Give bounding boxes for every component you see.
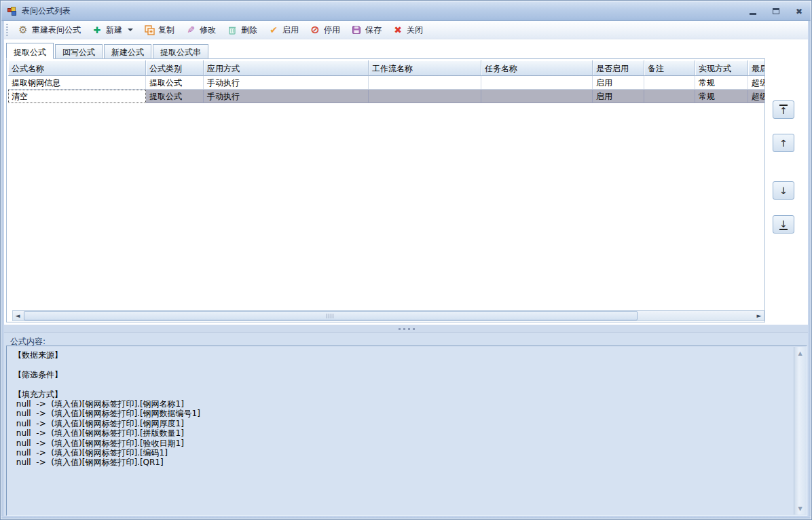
column-header-enabled[interactable]: 是否启用 (593, 60, 644, 76)
move-up-button[interactable]: ↑ (773, 134, 794, 152)
add-icon: ✚ (92, 24, 103, 35)
toolbar: ⚙ 重建表间公式 ✚ 新建 复制 ✎ 修改 (4, 21, 809, 39)
column-header-workflow-name[interactable]: 工作流名称 (369, 60, 481, 76)
gear-icon: ⚙ (18, 24, 29, 35)
focused-cell[interactable]: 清空 (8, 90, 146, 103)
close-window-icon: ✖ (796, 7, 802, 16)
window-frame-left (1, 21, 4, 519)
delete-button[interactable]: 删除 (221, 22, 263, 38)
vertical-scrollbar[interactable]: ▲ ▼ (794, 347, 806, 515)
scroll-up-icon[interactable]: ▲ (794, 348, 806, 358)
formula-grid: 公式名称 公式类别 应用方式 工作流名称 任务名称 是否启用 备注 实现方式 最… (8, 60, 764, 103)
arrow-up-icon: ↑ (779, 138, 788, 149)
tab-page: 公式名称 公式类别 应用方式 工作流名称 任务名称 是否启用 备注 实现方式 最… (6, 58, 765, 322)
enable-button[interactable]: ✔ 启用 (263, 22, 304, 38)
block-icon: ⊘ (310, 24, 320, 35)
window-frame-right (808, 21, 811, 519)
chevron-down-icon[interactable] (128, 29, 133, 31)
copy-button[interactable]: 复制 (139, 22, 180, 38)
tab-new-formula[interactable]: 新建公式 (104, 44, 151, 58)
grid-header-row: 公式名称 公式类别 应用方式 工作流名称 任务名称 是否启用 备注 实现方式 最… (8, 60, 764, 76)
new-button[interactable]: ✚ 新建 (86, 22, 139, 38)
arrow-down-icon: ↓ (779, 185, 788, 196)
tab-writeback-formula[interactable]: 回写公式 (55, 44, 103, 58)
tab-extract-formula-string[interactable]: 提取公式串 (153, 44, 208, 58)
formula-content-panel: 公式内容: 【数据来源】 【筛选条件】 【填充方式】 null -> (填入值)… (4, 333, 809, 518)
rebuild-formula-button[interactable]: ⚙ 重建表间公式 (12, 22, 86, 38)
maximize-icon (773, 8, 779, 14)
formula-content-box: 【数据来源】 【筛选条件】 【填充方式】 null -> (填入值)[钢网标签打… (6, 346, 807, 516)
arrow-up-to-top-icon: ↑ (779, 105, 788, 115)
column-header-formula-category[interactable]: 公式类别 (146, 60, 204, 76)
horizontal-scrollbar[interactable]: ◄ ► (12, 310, 764, 321)
column-header-task-name[interactable]: 任务名称 (481, 60, 593, 76)
column-header-apply-method[interactable]: 应用方式 (204, 60, 369, 76)
scrollbar-thumb[interactable] (24, 311, 638, 320)
toolbar-grip-icon (6, 24, 8, 37)
disable-button[interactable]: ⊘ 停用 (304, 22, 346, 38)
trash-icon (227, 24, 238, 35)
scroll-left-icon[interactable]: ◄ (13, 311, 22, 320)
pencil-icon: ✎ (185, 24, 196, 35)
window-title: 表间公式列表 (22, 5, 71, 17)
scroll-down-icon[interactable]: ▼ (794, 504, 806, 513)
move-to-bottom-button[interactable]: ↓ (773, 215, 794, 234)
column-header-last[interactable]: 最后 (748, 60, 764, 76)
app-window: 表间公式列表 ✖ ⚙ 重建表间公式 ✚ 新建 复制 (0, 0, 812, 520)
app-icon (7, 7, 17, 16)
x-icon: ✖ (392, 24, 403, 35)
close-button[interactable]: ✖ (793, 6, 805, 16)
arrow-down-to-bottom-icon: ↓ (779, 219, 788, 230)
table-row[interactable]: 提取钢网信息 提取公式 手动执行 启用 常规 超级 (8, 76, 764, 90)
table-row-selected[interactable]: 清空 提取公式 手动执行 启用 常规 超级 (8, 90, 764, 103)
splitter-grip-icon (399, 328, 415, 330)
minimize-button[interactable] (747, 6, 759, 16)
save-icon (351, 24, 362, 35)
maximize-button[interactable] (770, 6, 782, 16)
window-frame-bottom (1, 516, 811, 519)
title-bar: 表间公式列表 ✖ (1, 1, 811, 21)
column-header-formula-name[interactable]: 公式名称 (8, 60, 146, 76)
copy-icon (144, 24, 155, 35)
column-header-impl-method[interactable]: 实现方式 (695, 60, 748, 76)
save-button[interactable]: 保存 (346, 22, 387, 38)
edit-button[interactable]: ✎ 修改 (180, 22, 221, 38)
minimize-icon (750, 13, 756, 15)
column-header-remark[interactable]: 备注 (644, 60, 695, 76)
tab-strip: 提取公式 回写公式 新建公式 提取公式串 (6, 42, 210, 58)
tab-extract-formula[interactable]: 提取公式 (6, 43, 54, 59)
move-to-top-button[interactable]: ↑ (773, 100, 794, 119)
scroll-right-icon[interactable]: ► (754, 311, 764, 320)
splitter-handle[interactable] (4, 324, 809, 333)
move-down-button[interactable]: ↓ (773, 181, 794, 200)
close-action-button[interactable]: ✖ 关闭 (387, 22, 428, 38)
checkmark-icon: ✔ (268, 24, 279, 35)
formula-content-text: 【数据来源】 【筛选条件】 【填充方式】 null -> (填入值)[钢网标签打… (7, 346, 807, 468)
